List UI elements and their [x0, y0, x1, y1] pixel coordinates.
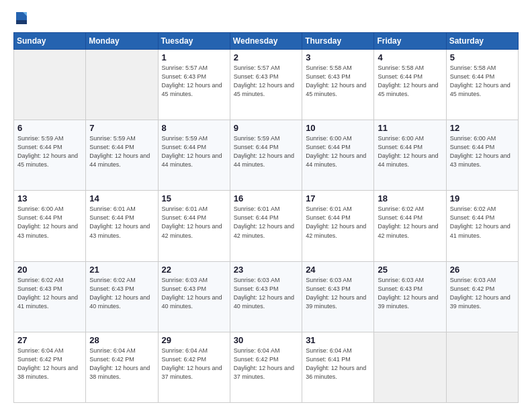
- day-number: 31: [306, 335, 370, 345]
- calendar-cell: 22Sunrise: 6:03 AMSunset: 6:43 PMDayligh…: [158, 261, 230, 332]
- day-info: Sunrise: 6:01 AMSunset: 6:44 PMDaylight:…: [234, 205, 298, 240]
- day-info: Sunrise: 5:59 AMSunset: 6:44 PMDaylight:…: [162, 134, 226, 169]
- day-info: Sunrise: 6:00 AMSunset: 6:44 PMDaylight:…: [17, 205, 82, 240]
- day-info: Sunrise: 5:59 AMSunset: 6:44 PMDaylight:…: [89, 134, 154, 169]
- day-number: 13: [17, 193, 82, 203]
- calendar-cell: 30Sunrise: 6:04 AMSunset: 6:42 PMDayligh…: [230, 332, 302, 402]
- day-number: 5: [450, 52, 515, 62]
- calendar-cell: 5Sunrise: 5:58 AMSunset: 6:44 PMDaylight…: [446, 50, 518, 120]
- day-info: Sunrise: 6:00 AMSunset: 6:44 PMDaylight:…: [378, 134, 442, 169]
- calendar-week-2: 6Sunrise: 5:59 AMSunset: 6:44 PMDaylight…: [14, 120, 519, 191]
- day-number: 18: [378, 193, 442, 203]
- day-number: 20: [17, 265, 82, 275]
- day-number: 7: [89, 123, 154, 133]
- calendar-cell: 17Sunrise: 6:01 AMSunset: 6:44 PMDayligh…: [302, 191, 374, 261]
- day-number: 24: [306, 265, 370, 275]
- day-info: Sunrise: 6:04 AMSunset: 6:42 PMDaylight:…: [89, 347, 154, 381]
- day-info: Sunrise: 5:58 AMSunset: 6:44 PMDaylight:…: [450, 64, 515, 99]
- logo: [13, 11, 31, 27]
- day-number: 21: [89, 265, 154, 275]
- calendar-cell: 23Sunrise: 6:03 AMSunset: 6:43 PMDayligh…: [230, 261, 302, 332]
- day-info: Sunrise: 6:04 AMSunset: 6:41 PMDaylight:…: [306, 347, 370, 381]
- calendar-week-4: 20Sunrise: 6:02 AMSunset: 6:43 PMDayligh…: [14, 261, 519, 332]
- day-number: 29: [162, 335, 226, 345]
- calendar-cell: 8Sunrise: 5:59 AMSunset: 6:44 PMDaylight…: [158, 120, 230, 191]
- weekday-header-tuesday: Tuesday: [158, 33, 230, 50]
- calendar-cell: 26Sunrise: 6:03 AMSunset: 6:42 PMDayligh…: [446, 261, 518, 332]
- calendar-cell: 27Sunrise: 6:04 AMSunset: 6:42 PMDayligh…: [14, 332, 86, 402]
- calendar-cell: 11Sunrise: 6:00 AMSunset: 6:44 PMDayligh…: [374, 120, 446, 191]
- calendar-cell: 13Sunrise: 6:00 AMSunset: 6:44 PMDayligh…: [14, 191, 86, 261]
- day-info: Sunrise: 6:03 AMSunset: 6:43 PMDaylight:…: [306, 276, 370, 311]
- calendar-cell: 25Sunrise: 6:03 AMSunset: 6:43 PMDayligh…: [374, 261, 446, 332]
- calendar-cell: 3Sunrise: 5:58 AMSunset: 6:43 PMDaylight…: [302, 50, 374, 120]
- calendar-cell: [14, 50, 86, 120]
- day-number: 10: [306, 123, 370, 133]
- calendar-cell: 28Sunrise: 6:04 AMSunset: 6:42 PMDayligh…: [86, 332, 158, 402]
- logo-icon: [13, 11, 28, 26]
- day-number: 11: [378, 123, 442, 133]
- calendar-cell: 4Sunrise: 5:58 AMSunset: 6:44 PMDaylight…: [374, 50, 446, 120]
- day-info: Sunrise: 5:57 AMSunset: 6:43 PMDaylight:…: [162, 64, 226, 99]
- calendar-cell: 18Sunrise: 6:02 AMSunset: 6:44 PMDayligh…: [374, 191, 446, 261]
- calendar-cell: 12Sunrise: 6:00 AMSunset: 6:44 PMDayligh…: [446, 120, 518, 191]
- day-info: Sunrise: 5:57 AMSunset: 6:43 PMDaylight:…: [234, 64, 298, 99]
- day-number: 27: [17, 335, 82, 345]
- weekday-header-friday: Friday: [374, 33, 446, 50]
- calendar-cell: 20Sunrise: 6:02 AMSunset: 6:43 PMDayligh…: [14, 261, 86, 332]
- day-info: Sunrise: 5:58 AMSunset: 6:44 PMDaylight:…: [378, 64, 442, 99]
- calendar-week-3: 13Sunrise: 6:00 AMSunset: 6:44 PMDayligh…: [14, 191, 519, 261]
- calendar-cell: [86, 50, 158, 120]
- day-info: Sunrise: 6:04 AMSunset: 6:42 PMDaylight:…: [162, 347, 226, 381]
- calendar-table: SundayMondayTuesdayWednesdayThursdayFrid…: [13, 32, 519, 403]
- calendar-cell: 31Sunrise: 6:04 AMSunset: 6:41 PMDayligh…: [302, 332, 374, 402]
- weekday-row: SundayMondayTuesdayWednesdayThursdayFrid…: [14, 33, 519, 50]
- day-info: Sunrise: 6:01 AMSunset: 6:44 PMDaylight:…: [306, 205, 370, 240]
- calendar-cell: 15Sunrise: 6:01 AMSunset: 6:44 PMDayligh…: [158, 191, 230, 261]
- day-info: Sunrise: 6:03 AMSunset: 6:43 PMDaylight:…: [234, 276, 298, 311]
- day-number: 23: [234, 265, 298, 275]
- calendar-cell: 1Sunrise: 5:57 AMSunset: 6:43 PMDaylight…: [158, 50, 230, 120]
- day-number: 3: [306, 52, 370, 62]
- day-number: 4: [378, 52, 442, 62]
- day-number: 9: [234, 123, 298, 133]
- calendar-cell: 9Sunrise: 5:59 AMSunset: 6:44 PMDaylight…: [230, 120, 302, 191]
- day-number: 25: [378, 265, 442, 275]
- day-number: 16: [234, 193, 298, 203]
- day-number: 14: [89, 193, 154, 203]
- calendar-week-1: 1Sunrise: 5:57 AMSunset: 6:43 PMDaylight…: [14, 50, 519, 120]
- header: [13, 11, 519, 27]
- day-info: Sunrise: 6:02 AMSunset: 6:43 PMDaylight:…: [17, 276, 82, 311]
- weekday-header-saturday: Saturday: [446, 33, 518, 50]
- page: SundayMondayTuesdayWednesdayThursdayFrid…: [0, 0, 532, 411]
- day-info: Sunrise: 6:04 AMSunset: 6:42 PMDaylight:…: [17, 347, 82, 381]
- day-info: Sunrise: 6:02 AMSunset: 6:43 PMDaylight:…: [89, 276, 154, 311]
- day-number: 19: [450, 193, 515, 203]
- calendar-cell: 21Sunrise: 6:02 AMSunset: 6:43 PMDayligh…: [86, 261, 158, 332]
- day-number: 22: [162, 265, 226, 275]
- day-info: Sunrise: 5:59 AMSunset: 6:44 PMDaylight:…: [234, 134, 298, 169]
- day-info: Sunrise: 5:58 AMSunset: 6:43 PMDaylight:…: [306, 64, 370, 99]
- day-info: Sunrise: 6:03 AMSunset: 6:43 PMDaylight:…: [378, 276, 442, 311]
- calendar-week-5: 27Sunrise: 6:04 AMSunset: 6:42 PMDayligh…: [14, 332, 519, 402]
- day-info: Sunrise: 6:02 AMSunset: 6:44 PMDaylight:…: [450, 205, 515, 240]
- day-info: Sunrise: 6:03 AMSunset: 6:42 PMDaylight:…: [450, 276, 515, 311]
- day-info: Sunrise: 6:01 AMSunset: 6:44 PMDaylight:…: [162, 205, 226, 240]
- calendar-cell: 24Sunrise: 6:03 AMSunset: 6:43 PMDayligh…: [302, 261, 374, 332]
- day-number: 6: [17, 123, 82, 133]
- day-number: 2: [234, 52, 298, 62]
- calendar-cell: [374, 332, 446, 402]
- day-info: Sunrise: 6:03 AMSunset: 6:43 PMDaylight:…: [162, 276, 226, 311]
- day-number: 1: [162, 52, 226, 62]
- weekday-header-thursday: Thursday: [302, 33, 374, 50]
- day-number: 17: [306, 193, 370, 203]
- calendar-header: SundayMondayTuesdayWednesdayThursdayFrid…: [14, 33, 519, 50]
- day-number: 15: [162, 193, 226, 203]
- calendar-cell: 7Sunrise: 5:59 AMSunset: 6:44 PMDaylight…: [86, 120, 158, 191]
- day-number: 30: [234, 335, 298, 345]
- weekday-header-sunday: Sunday: [14, 33, 86, 50]
- day-info: Sunrise: 6:04 AMSunset: 6:42 PMDaylight:…: [234, 347, 298, 381]
- day-number: 12: [450, 123, 515, 133]
- calendar-cell: 29Sunrise: 6:04 AMSunset: 6:42 PMDayligh…: [158, 332, 230, 402]
- calendar-cell: 16Sunrise: 6:01 AMSunset: 6:44 PMDayligh…: [230, 191, 302, 261]
